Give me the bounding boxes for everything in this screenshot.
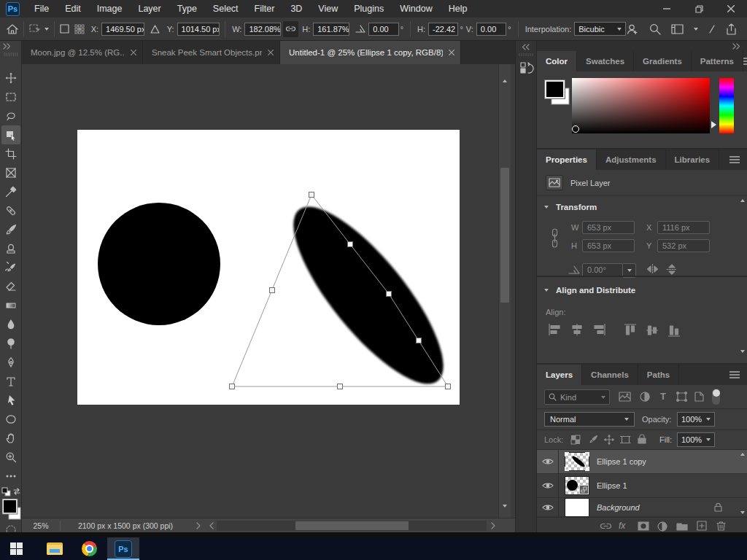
align-top-edges-icon[interactable] <box>624 324 636 337</box>
blur-tool[interactable] <box>1 315 20 334</box>
scroll-up-icon[interactable] <box>503 67 507 80</box>
transform-handle[interactable] <box>348 242 353 247</box>
align-bottom-edges-icon[interactable] <box>668 324 680 337</box>
transform-handle[interactable] <box>338 384 343 389</box>
move-tool[interactable] <box>1 69 20 88</box>
width-field[interactable]: 653 px <box>582 221 635 234</box>
type-tool[interactable] <box>1 372 20 391</box>
layer-row-ellipse-1[interactable]: Ellipse 1 <box>537 474 747 498</box>
eraser-tool[interactable] <box>1 277 20 296</box>
swap-colors-icon[interactable] <box>12 487 21 496</box>
menu-layer[interactable]: Layer <box>130 0 169 18</box>
rectangular-marquee-tool[interactable] <box>1 88 20 106</box>
panel-menu-icon[interactable] <box>729 156 740 163</box>
dodge-tool[interactable] <box>1 334 20 353</box>
visibility-toggle[interactable] <box>537 450 559 474</box>
reference-point-locator[interactable] <box>74 24 85 34</box>
lock-all-icon[interactable] <box>638 434 646 444</box>
brush-tool[interactable] <box>1 220 20 239</box>
hue-slider-arrow[interactable] <box>711 121 716 128</box>
file-explorer-button[interactable] <box>39 537 71 560</box>
filter-toggle-switch[interactable] <box>712 389 720 405</box>
zoom-level-field[interactable]: 25% <box>22 521 60 530</box>
x-input[interactable]: 1469.50 px <box>101 23 144 36</box>
menu-view[interactable]: View <box>310 0 346 18</box>
scroll-left-icon[interactable] <box>209 522 214 529</box>
skew-v-input[interactable]: 0.00 <box>476 23 506 36</box>
y-field[interactable]: 532 px <box>657 239 710 252</box>
layers-scrollbar[interactable] <box>739 453 746 514</box>
workspace-switcher-icon[interactable] <box>671 24 684 34</box>
object-selection-tool[interactable] <box>1 125 20 144</box>
layer-row-background[interactable]: Background <box>537 498 747 517</box>
panel-grip[interactable] <box>4 52 18 56</box>
y-input[interactable]: 1014.50 px <box>177 23 220 36</box>
ellipse-shape-tool[interactable] <box>1 410 20 429</box>
w-input[interactable]: 182.08% <box>244 23 281 36</box>
pen-tool[interactable] <box>1 353 20 372</box>
layer-thumbnail[interactable] <box>565 476 589 495</box>
default-colors-icon[interactable] <box>1 487 11 497</box>
tab-patterns[interactable]: Patterns <box>692 51 743 71</box>
lock-transparent-pixels-icon[interactable] <box>570 435 581 445</box>
filter-type-layers-icon[interactable]: T <box>660 392 666 402</box>
document-canvas[interactable] <box>22 64 515 518</box>
transform-handle[interactable] <box>387 292 392 297</box>
menu-filter[interactable]: Filter <box>247 0 283 18</box>
filter-smart-objects-icon[interactable] <box>694 392 704 402</box>
canvas-area[interactable] <box>22 64 515 518</box>
menu-3d[interactable]: 3D <box>282 0 310 18</box>
color-panel-swatches[interactable] <box>544 79 572 107</box>
menu-type[interactable]: Type <box>169 0 205 18</box>
close-icon[interactable] <box>268 50 274 55</box>
chrome-button[interactable] <box>73 537 105 560</box>
transform-handle[interactable] <box>270 288 275 293</box>
canvas-vertical-scrollbar[interactable] <box>498 64 511 518</box>
close-button[interactable] <box>715 0 747 18</box>
transform-section-header[interactable]: Transform <box>544 203 597 211</box>
hand-tool[interactable] <box>1 429 20 448</box>
foreground-color-swatch[interactable] <box>2 499 22 522</box>
lock-artboard-icon[interactable] <box>620 435 631 445</box>
interpolation-select[interactable]: Bicubic <box>574 22 626 36</box>
photoshop-taskbar-button[interactable]: Ps <box>107 537 139 560</box>
start-button[interactable] <box>0 537 32 560</box>
filter-shape-layers-icon[interactable] <box>676 392 687 402</box>
tab-swatches[interactable]: Swatches <box>577 51 634 71</box>
visibility-toggle[interactable] <box>537 498 559 517</box>
link-dimensions-icon[interactable] <box>550 228 560 250</box>
transform-handle[interactable] <box>446 384 451 389</box>
lasso-tool[interactable] <box>1 106 20 125</box>
filter-pixel-layers-icon[interactable] <box>619 392 631 402</box>
flip-vertical-icon[interactable] <box>666 264 678 275</box>
layer-thumbnail[interactable] <box>565 452 589 471</box>
close-icon[interactable] <box>449 50 454 55</box>
layer-name[interactable]: Ellipse 1 <box>597 481 627 490</box>
history-brush-tool[interactable] <box>1 258 20 277</box>
scroll-right-icon[interactable] <box>491 522 495 529</box>
menu-file[interactable]: File <box>26 0 57 18</box>
panel-menu-icon[interactable] <box>729 371 740 378</box>
menu-window[interactable]: Window <box>392 0 440 18</box>
maintain-aspect-ratio-button[interactable] <box>283 21 298 37</box>
scrollbar-thumb[interactable] <box>500 168 509 303</box>
filter-adjustment-layers-icon[interactable] <box>640 392 650 402</box>
tab-properties[interactable]: Properties <box>537 149 597 170</box>
panel-scrollbar[interactable] <box>739 199 746 287</box>
edit-toolbar-icon[interactable] <box>1 467 20 486</box>
transform-handle[interactable] <box>417 338 422 343</box>
menu-select[interactable]: Select <box>205 0 247 18</box>
collapse-panels-icon[interactable] <box>732 43 741 50</box>
reference-point-toggle[interactable] <box>60 24 69 34</box>
layer-row-ellipse-1-copy[interactable]: Ellipse 1 copy <box>537 450 747 474</box>
tab-adjustments[interactable]: Adjustments <box>597 149 666 170</box>
align-right-edges-icon[interactable] <box>592 324 605 335</box>
zoom-tool[interactable] <box>1 448 20 467</box>
transform-handle[interactable] <box>309 192 314 198</box>
new-adjustment-layer-icon[interactable] <box>657 521 667 532</box>
tab-layers[interactable]: Layers <box>537 365 582 385</box>
home-icon[interactable] <box>7 23 18 34</box>
tab-sneak-peek[interactable]: Sneak Peek Smart Objects.png <box>143 41 280 64</box>
spot-healing-brush-tool[interactable] <box>1 201 20 220</box>
export-share-icon[interactable] <box>726 23 737 35</box>
